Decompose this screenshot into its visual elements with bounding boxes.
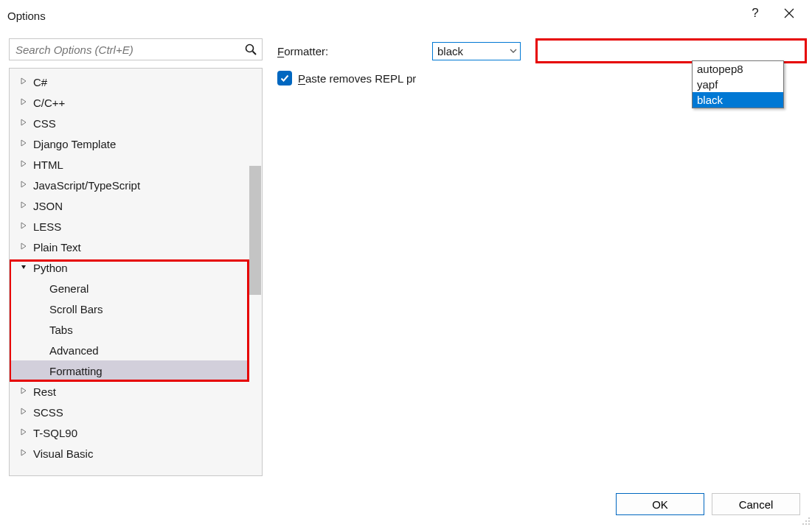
tree-item-t-sql90[interactable]: T-SQL90 (10, 422, 262, 443)
svg-marker-11 (21, 223, 26, 228)
tree-item-javascript-typescript[interactable]: JavaScript/TypeScript (10, 175, 262, 195)
tree-item-label: Advanced (49, 344, 99, 357)
chevron-right-icon[interactable] (20, 98, 29, 107)
tree-item-plain-text[interactable]: Plain Text (10, 237, 262, 257)
chevron-right-icon[interactable] (20, 222, 29, 231)
paste-repl-label: Paste removes REPL pr (298, 72, 416, 85)
tree-item-tabs[interactable]: Tabs (10, 319, 262, 340)
tree-item-django-template[interactable]: Django Template (10, 133, 262, 154)
svg-point-23 (808, 523, 810, 525)
close-button[interactable] (772, 1, 806, 25)
chevron-right-icon[interactable] (20, 201, 29, 210)
svg-marker-14 (21, 388, 26, 394)
svg-marker-13 (21, 265, 26, 269)
tree-item-label: C# (33, 76, 47, 88)
chevron-right-icon[interactable] (20, 160, 29, 169)
svg-point-22 (805, 523, 807, 525)
tree-item-python[interactable]: Python (10, 257, 262, 278)
tree-item-label: Formatting (49, 365, 103, 377)
options-tree: C#C/C++CSSDjango TemplateHTMLJavaScript/… (9, 68, 263, 476)
search-input-wrap[interactable] (9, 38, 263, 60)
svg-marker-12 (21, 243, 26, 249)
search-input[interactable] (15, 43, 244, 56)
ok-button[interactable]: OK (616, 493, 704, 515)
resize-grip[interactable] (800, 515, 811, 526)
svg-marker-7 (21, 140, 26, 146)
svg-marker-17 (21, 450, 26, 456)
tree-item-label: C/C++ (33, 97, 65, 109)
tree-item-label: JavaScript/TypeScript (33, 179, 140, 192)
tree-item-label: LESS (33, 220, 61, 233)
chevron-right-icon[interactable] (20, 119, 29, 128)
search-icon[interactable] (244, 43, 257, 56)
chevron-down-icon (510, 47, 517, 55)
close-icon (784, 8, 794, 18)
svg-marker-15 (21, 408, 26, 414)
chevron-right-icon[interactable] (20, 449, 29, 458)
svg-marker-5 (21, 99, 26, 105)
tree-item-formatting[interactable]: Formatting (10, 360, 262, 381)
dropdown-item-autopep8[interactable]: autopep8 (693, 61, 783, 77)
paste-repl-checkbox[interactable] (277, 71, 292, 85)
cancel-button[interactable]: Cancel (712, 493, 800, 515)
svg-marker-9 (21, 181, 26, 187)
tree-item-advanced[interactable]: Advanced (10, 340, 262, 360)
svg-point-2 (246, 45, 254, 52)
svg-point-18 (808, 517, 810, 519)
titlebar: Options ? (0, 0, 812, 27)
tree-item-label: Plain Text (33, 241, 81, 254)
svg-point-20 (808, 520, 810, 522)
svg-marker-16 (21, 429, 26, 435)
chevron-right-icon[interactable] (20, 139, 29, 148)
scrollbar-track[interactable] (249, 69, 262, 475)
svg-marker-4 (21, 78, 26, 84)
tree-item-label: Visual Basic (33, 447, 93, 460)
tree-item-label: Rest (33, 385, 56, 398)
formatter-label: Formatter: (277, 45, 432, 57)
tree-item-c-[interactable]: C# (10, 71, 262, 92)
formatter-combo[interactable]: black (432, 42, 521, 60)
chevron-right-icon[interactable] (20, 387, 29, 396)
tree-item-scroll-bars[interactable]: Scroll Bars (10, 299, 262, 319)
formatter-dropdown: autopep8yapfblack (692, 60, 784, 108)
tree-item-label: SCSS (33, 406, 63, 419)
chevron-right-icon[interactable] (20, 181, 29, 189)
svg-point-19 (805, 520, 807, 522)
tree-item-visual-basic[interactable]: Visual Basic (10, 443, 262, 464)
check-icon (280, 73, 290, 83)
tree-item-scss[interactable]: SCSS (10, 402, 262, 422)
tree-item-general[interactable]: General (10, 278, 262, 299)
tree-item-label: Django Template (33, 138, 116, 150)
svg-marker-6 (21, 119, 26, 125)
svg-marker-8 (21, 161, 26, 167)
svg-marker-10 (21, 202, 26, 208)
formatter-value: black (437, 45, 463, 57)
tree-item-label: Scroll Bars (49, 303, 103, 315)
tree-item-css[interactable]: CSS (10, 113, 262, 133)
tree-item-label: CSS (33, 117, 56, 130)
tree-item-label: HTML (33, 158, 63, 171)
tree-item-label: Python (33, 262, 68, 274)
dropdown-item-black[interactable]: black (693, 92, 783, 108)
tree-item-json[interactable]: JSON (10, 195, 262, 216)
chevron-right-icon[interactable] (20, 77, 29, 86)
tree-item-html[interactable]: HTML (10, 154, 262, 175)
tree-item-less[interactable]: LESS (10, 216, 262, 237)
tree-item-label: T-SQL90 (33, 427, 77, 439)
tree-item-rest[interactable]: Rest (10, 381, 262, 402)
chevron-right-icon[interactable] (20, 242, 29, 251)
tree-item-c-c-[interactable]: C/C++ (10, 92, 262, 113)
tree-item-label: Tabs (49, 324, 73, 336)
chevron-right-icon[interactable] (20, 428, 29, 437)
tree-item-label: General (49, 282, 89, 295)
svg-point-21 (802, 523, 804, 525)
tree-item-label: JSON (33, 200, 63, 212)
svg-line-3 (253, 52, 257, 55)
window-title: Options (6, 5, 46, 22)
scrollbar-thumb[interactable] (249, 166, 261, 295)
dropdown-item-yapf[interactable]: yapf (693, 77, 783, 92)
chevron-right-icon[interactable] (20, 408, 29, 416)
help-button[interactable]: ? (738, 1, 772, 25)
chevron-down-icon[interactable] (20, 263, 29, 272)
